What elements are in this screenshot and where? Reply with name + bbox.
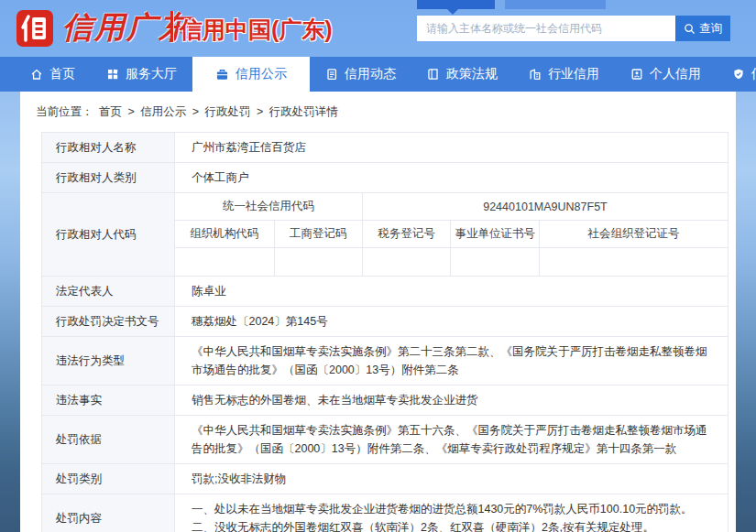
breadcrumb-separator: > <box>127 105 134 118</box>
code-primary-row: 统一社会信用代码 92440101MA9UN87F5T <box>175 193 728 221</box>
row-value: 一、处以未在当地烟草专卖批发企业进货卷烟的进货总额1430元的7%罚款人民币10… <box>175 494 728 532</box>
row-value: 陈卓业 <box>175 277 728 306</box>
row-label: 行政相对人名称 <box>42 133 175 162</box>
shield-check-icon <box>732 68 745 81</box>
breadcrumb-separator: > <box>192 105 199 118</box>
row-label: 处罚内容 <box>42 494 175 532</box>
nav-item-label: 信用公示 <box>236 66 287 82</box>
row-value: 罚款;没收非法财物 <box>175 464 728 494</box>
row-value: 销售无标志的外国卷烟、未在当地烟草专卖批发企业进货 <box>175 385 728 415</box>
row-value: 穗荔烟处〔2024〕第145号 <box>175 307 728 336</box>
breadcrumb-current: 行政处罚详情 <box>269 105 338 118</box>
row-label: 违法行为类型 <box>42 337 175 385</box>
table-row-violation-facts: 违法事实 销售无标志的外国卷烟、未在当地烟草专卖批发企业进货 <box>42 385 728 416</box>
code-value <box>275 248 363 276</box>
search-input[interactable] <box>417 16 675 41</box>
search-tab-secondary[interactable] <box>505 0 606 9</box>
unified-code-value: 92440101MA9UN87F5T <box>363 193 728 221</box>
briefcase-icon <box>215 68 229 81</box>
credit-seal-logo-icon <box>16 9 54 48</box>
table-row-subject-name: 行政相对人名称 广州市荔湾正信百货店 <box>42 133 728 163</box>
row-label: 法定代表人 <box>42 277 175 306</box>
book-icon <box>427 68 440 81</box>
row-label: 处罚依据 <box>42 416 175 463</box>
table-row-subject-type: 行政相对人类别 个体工商户 <box>42 163 728 193</box>
logo-divider <box>170 11 173 42</box>
unified-code-label: 统一社会信用代码 <box>175 193 363 221</box>
code-values-row <box>175 248 728 276</box>
code-value <box>175 248 275 276</box>
main-nav: 首页 服务大厅 信用公示 信用动态 <box>0 57 756 92</box>
nav-item-label: 首页 <box>49 66 75 82</box>
search-tab-active[interactable] <box>417 0 495 9</box>
code-header: 事业单位证书号 <box>451 221 539 248</box>
row-label: 行政处罚决定书文号 <box>42 307 175 336</box>
table-row-legal-representative: 法定代表人 陈卓业 <box>42 277 728 307</box>
breadcrumb-credit-publicity[interactable]: 信用公示 <box>140 105 186 118</box>
row-label: 违法事实 <box>42 385 175 415</box>
nav-item-label: 信用承诺 <box>751 66 756 82</box>
code-header: 工商登记码 <box>275 221 363 248</box>
row-label: 处罚类别 <box>42 464 175 494</box>
id-card-icon <box>630 68 643 81</box>
content-panel: 当前位置： 首页 > 信用公示 > 行政处罚 > 行政处罚详情 行政相对人名称 … <box>20 92 736 532</box>
nav-item-label: 服务大厅 <box>126 66 177 82</box>
nav-item-credit-publicity[interactable]: 信用公示 <box>192 57 310 92</box>
nav-item-credit-promise[interactable]: 信用承诺 <box>717 57 756 92</box>
code-sub-table: 统一社会信用代码 92440101MA9UN87F5T 组织机构代码 工商登记码… <box>175 193 728 276</box>
table-row-violation-type: 违法行为类型 《中华人民共和国烟草专卖法实施条例》第二十三条第二款、《国务院关于… <box>42 337 728 385</box>
breadcrumb-prefix: 当前位置： <box>36 105 93 118</box>
nav-item-credit-news[interactable]: 信用动态 <box>310 57 411 92</box>
nav-item-home[interactable]: 首页 <box>15 57 91 92</box>
row-value: 《中华人民共和国烟草专卖法实施条例》第五十六条、《国务院关于严厉打击卷烟走私整顿… <box>175 416 728 463</box>
search-box: 查询 <box>417 16 730 41</box>
nav-item-label: 行业信用 <box>548 66 599 82</box>
code-value <box>451 248 539 276</box>
row-label: 行政相对人代码 <box>42 193 175 276</box>
nav-item-policy[interactable]: 政策法规 <box>411 57 513 92</box>
nav-item-label: 个人信用 <box>650 66 701 82</box>
nav-item-industry-credit[interactable]: 行业信用 <box>513 57 615 92</box>
code-header: 税务登记号 <box>363 221 451 248</box>
code-value <box>540 248 728 276</box>
site-header: 信用广东 信用中国(广东) 查询 <box>0 0 756 57</box>
code-headers-row: 组织机构代码 工商登记码 税务登记号 事业单位证书号 社会组织登记证号 <box>175 221 728 248</box>
search-button[interactable]: 查询 <box>675 16 730 41</box>
nav-item-service-hall[interactable]: 服务大厅 <box>91 57 192 92</box>
code-header: 社会组织登记证号 <box>540 221 728 248</box>
code-value <box>363 248 451 276</box>
penalty-detail-table: 行政相对人名称 广州市荔湾正信百货店 行政相对人类别 个体工商户 行政相对人代码… <box>41 132 729 532</box>
table-row-decision-number: 行政处罚决定书文号 穗荔烟处〔2024〕第145号 <box>42 307 728 337</box>
row-value: 个体工商户 <box>175 163 728 192</box>
table-row-subject-codes: 行政相对人代码 统一社会信用代码 92440101MA9UN87F5T 组织机构… <box>42 193 728 277</box>
grid-icon <box>106 68 119 81</box>
search-icon <box>684 23 696 35</box>
search-button-label: 查询 <box>699 21 722 37</box>
table-row-penalty-basis: 处罚依据 《中华人民共和国烟草专卖法实施条例》第五十六条、《国务院关于严厉打击卷… <box>42 416 728 464</box>
building-icon <box>529 68 542 81</box>
site-title: 信用中国(广东) <box>180 15 333 45</box>
row-value: 《中华人民共和国烟草专卖法实施条例》第二十三条第二款、《国务院关于严厉打击卷烟走… <box>175 337 728 385</box>
breadcrumb-home[interactable]: 首页 <box>99 105 122 118</box>
breadcrumb-admin-penalty[interactable]: 行政处罚 <box>205 105 251 118</box>
breadcrumb: 当前位置： 首页 > 信用公示 > 行政处罚 > 行政处罚详情 <box>20 92 736 132</box>
nav-item-personal-credit[interactable]: 个人信用 <box>615 57 717 92</box>
nav-item-label: 政策法规 <box>446 66 498 82</box>
table-row-penalty-content: 处罚内容 一、处以未在当地烟草专卖批发企业进货卷烟的进货总额1430元的7%罚款… <box>42 494 728 532</box>
table-row-penalty-category: 处罚类别 罚款;没收非法财物 <box>42 464 728 494</box>
credit-china-guangdong-page: 信用广东 信用中国(广东) 查询 首页 <box>0 0 756 532</box>
nav-item-label: 信用动态 <box>345 66 396 82</box>
code-header: 组织机构代码 <box>175 221 275 248</box>
breadcrumb-separator: > <box>257 105 263 118</box>
row-value: 广州市荔湾正信百货店 <box>175 133 728 162</box>
document-icon <box>325 68 338 81</box>
home-icon <box>30 68 43 81</box>
row-label: 行政相对人类别 <box>42 163 175 192</box>
